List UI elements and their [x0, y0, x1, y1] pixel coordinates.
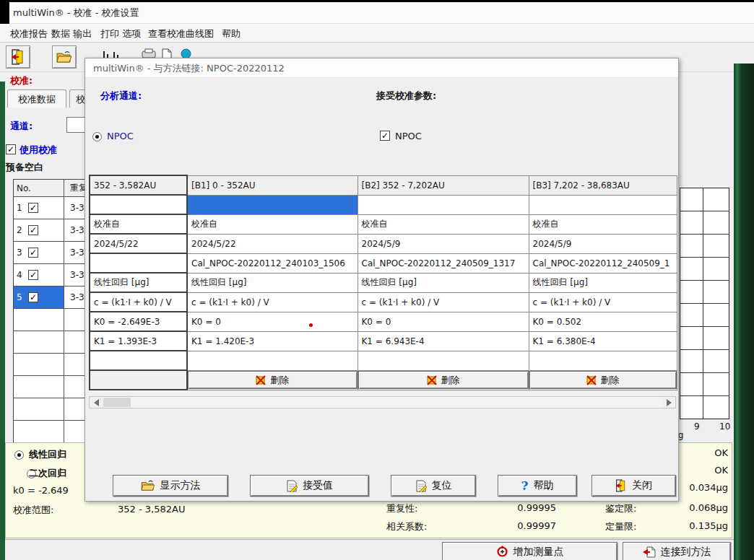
table-cell[interactable]: K0 = 0 [187, 312, 358, 331]
open-folder-button[interactable] [52, 45, 77, 69]
table-horizontal-scrollbar[interactable] [89, 396, 676, 408]
table-cell[interactable]: 校准自 [529, 214, 677, 234]
show-method-folder-icon [141, 480, 155, 491]
menu-calibration-report[interactable]: 校准报告 [8, 27, 50, 41]
table-cell: 删除 [187, 370, 358, 390]
table-cell[interactable]: K1 = 6.943E-4 [358, 331, 529, 351]
use-calibration-label: 使用校准 [20, 144, 57, 157]
delete-b2-button[interactable]: 删除 [358, 371, 529, 389]
table-row [90, 351, 677, 370]
table-cell[interactable]: 2024/5/9 [529, 234, 677, 253]
scroll-left-button[interactable] [90, 397, 103, 408]
table-row: c = (k1·I + k0) / V c = (k1·I + k0) / V … [90, 292, 677, 312]
printer-icon[interactable] [142, 48, 156, 58]
linear-regression-radio[interactable] [14, 450, 24, 460]
table-cell[interactable]: K1 = 1.393E-3 [90, 331, 187, 351]
delete-b1-button[interactable]: 删除 [188, 371, 358, 389]
table-row: K0 = -2.649E-3 K0 = 0 K0 = 0 K0 = 0.502 [90, 312, 677, 331]
table-cell: 删除 [358, 370, 529, 390]
calibration-section-label: 校准: [10, 74, 32, 87]
table-cell[interactable]: 2024/5/22 [90, 234, 187, 253]
table-cell[interactable]: 线性回归 [µg] [90, 273, 187, 292]
table-cell[interactable]: 校准自 [358, 214, 529, 234]
exit-button[interactable] [6, 45, 30, 69]
use-calibration-checkbox[interactable]: ✓ [6, 144, 16, 154]
calibration-parameters-table: 352 - 3,582AU [B1] 0 - 352AU [B2] 352 - … [89, 175, 677, 390]
row-checkbox[interactable]: ✓ [28, 248, 38, 258]
question-mark-icon: ? [521, 478, 529, 493]
npoc-channel-radio[interactable] [92, 132, 102, 141]
menu-view-curve[interactable]: 查看校准曲线图 [146, 27, 216, 41]
table-cell[interactable]: c = (k1·I + k0) / V [358, 292, 529, 312]
table-cell[interactable]: Cal_NPOC-20220112_240103_1506 [187, 253, 358, 273]
table-cell[interactable]: 线性回归 [µg] [187, 273, 358, 292]
table-cell[interactable]: K0 = 0.502 [529, 312, 677, 331]
menu-print-options[interactable]: 打印 选项 [98, 27, 143, 41]
chart-tool-icon[interactable] [103, 48, 121, 58]
delete-icon [427, 375, 437, 385]
table-cell-selected[interactable] [187, 195, 358, 214]
table-cell[interactable] [187, 351, 358, 370]
table-row: 2024/5/22 2024/5/22 2024/5/9 2024/5/9 [90, 234, 677, 253]
row-checkbox[interactable]: ✓ [28, 270, 38, 280]
table-cell[interactable] [358, 351, 529, 370]
tab-calibration-data[interactable]: 校准数据 [7, 89, 66, 108]
help-label: 帮助 [533, 479, 553, 492]
quantification-limit-value: 0.135µg [677, 520, 728, 531]
table-cell[interactable]: K0 = 0 [358, 312, 529, 331]
titlebar-corner [0, 2, 9, 26]
table-cell[interactable] [90, 351, 187, 370]
repeatability-value: 0.99995 [506, 502, 556, 513]
npoc-accept-checkbox[interactable]: ✓ [380, 131, 390, 141]
row-checkbox[interactable]: ✓ [28, 203, 38, 213]
add-measure-point-label: 增加测量点 [514, 546, 564, 559]
reset-button[interactable]: 复位 [391, 475, 476, 496]
scrollbar-thumb[interactable] [103, 398, 131, 407]
help-button[interactable]: ? 帮助 [498, 475, 577, 496]
close-button[interactable]: 关闭 [592, 475, 676, 496]
table-cell[interactable]: K0 = -2.649E-3 [90, 312, 187, 331]
row-checkbox[interactable]: ✓ [28, 292, 38, 302]
table-cell[interactable] [90, 195, 187, 214]
row-number: 5 [17, 292, 24, 302]
table-cell[interactable] [529, 351, 677, 370]
menu-help[interactable]: 帮助 [220, 27, 243, 41]
quadratic-regression-label: 二次回归 [29, 467, 66, 480]
menu-data-output[interactable]: 数据 输出 [49, 27, 94, 41]
row-checkbox[interactable]: ✓ [28, 225, 38, 235]
table-cell[interactable]: Cal_NPOC-20220112_240509_1 [529, 253, 677, 273]
table-cell[interactable]: 线性回归 [µg] [358, 273, 529, 292]
table-row: K1 = 1.393E-3 K1 = 1.420E-3 K1 = 6.943E-… [90, 331, 677, 351]
npoc-checkbox-label: NPOC [395, 131, 422, 141]
table-cell[interactable]: K1 = 6.380E-4 [529, 331, 677, 351]
table-cell[interactable] [90, 253, 187, 273]
range-header-b2: [B2] 352 - 7,202AU [358, 175, 529, 195]
table-cell[interactable]: 2024/5/22 [187, 234, 358, 253]
add-measure-point-button[interactable]: 增加测量点 [442, 542, 618, 560]
table-cell[interactable] [358, 195, 529, 214]
table-delete-row: 删除 删除 删除 [90, 370, 677, 390]
link-to-method-label: 连接到方法 [661, 546, 711, 559]
link-method-icon [643, 546, 656, 558]
show-method-button[interactable]: 显示方法 [113, 475, 228, 496]
table-cell[interactable]: 线性回归 [µg] [529, 273, 677, 292]
accept-values-button[interactable]: 接受值 [250, 475, 369, 496]
scroll-right-button[interactable] [662, 397, 675, 408]
table-cell[interactable]: Cal_NPOC-20220112_240509_1317 [358, 253, 529, 273]
table-cell[interactable]: c = (k1·I + k0) / V [90, 292, 187, 312]
delete-b3-button[interactable]: 删除 [529, 371, 677, 389]
table-cell[interactable]: 校准自 [90, 214, 187, 234]
table-cell[interactable]: c = (k1·I + k0) / V [529, 292, 677, 312]
table-cell[interactable]: c = (k1·I + k0) / V [187, 292, 358, 312]
table-cell[interactable] [529, 195, 677, 214]
table-cell[interactable]: 校准自 [187, 214, 358, 234]
desktop-edge-left [0, 82, 5, 560]
table-row: 线性回归 [µg] 线性回归 [µg] 线性回归 [µg] 线性回归 [µg] [90, 273, 677, 292]
link-to-method-button[interactable]: 连接到方法 [623, 542, 731, 560]
calibration-range-label: 校准范围: [13, 504, 53, 517]
linear-regression-label: 线性回归 [29, 448, 66, 461]
dialog-titlebar[interactable]: multiWin® - 与方法链接: NPOC-20220112 [85, 58, 678, 78]
table-cell[interactable]: 2024/5/9 [358, 234, 529, 253]
calibration-range-value: 352 - 3,582AU [118, 504, 185, 515]
table-cell[interactable]: K1 = 1.420E-3 [187, 331, 358, 351]
